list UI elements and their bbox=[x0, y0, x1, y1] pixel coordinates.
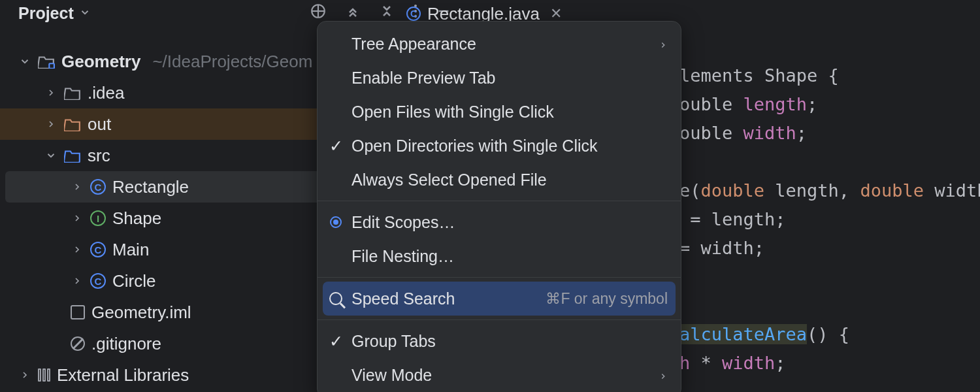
menu-item-enable-preview-tab[interactable]: Enable Preview Tab bbox=[318, 61, 681, 95]
menu-item-tree-appearance[interactable]: Tree Appearance bbox=[318, 27, 681, 61]
tree-label: .gitignore bbox=[91, 334, 161, 354]
chevron-right-icon bbox=[659, 35, 668, 54]
code-editor[interactable]: lements Shape { ouble length; ouble widt… bbox=[679, 33, 980, 378]
gitignore-icon bbox=[71, 336, 85, 351]
project-view-options-menu: Tree Appearance Enable Preview Tab Open … bbox=[317, 21, 681, 392]
tree-path-hint: ~/IdeaProjects/Geom bbox=[152, 52, 312, 72]
menu-item-file-nesting[interactable]: File Nesting… bbox=[318, 239, 681, 273]
interface-icon: I bbox=[90, 210, 106, 226]
menu-separator bbox=[318, 319, 681, 320]
chevron-right-icon[interactable] bbox=[71, 213, 84, 223]
menu-item-view-mode[interactable]: View Mode bbox=[318, 358, 681, 392]
tree-item-geometry-iml[interactable]: Geometry.iml bbox=[0, 297, 327, 328]
menu-label: Open Files with Single Click bbox=[351, 103, 554, 122]
menu-label: File Nesting… bbox=[351, 247, 454, 266]
tree-label: Geometry.iml bbox=[91, 302, 191, 323]
project-tool-window-label[interactable]: Project bbox=[18, 4, 74, 23]
menu-item-edit-scopes[interactable]: Edit Scopes… bbox=[318, 205, 681, 239]
menu-item-open-dirs-single-click[interactable]: ✓ Open Directories with Single Click bbox=[318, 129, 681, 163]
radio-icon bbox=[330, 216, 342, 228]
module-file-icon bbox=[71, 305, 85, 319]
tree-label: Rectangle bbox=[112, 177, 189, 197]
chevron-right-icon[interactable] bbox=[71, 244, 84, 255]
tree-label: Circle bbox=[112, 271, 155, 291]
menu-item-open-files-single-click[interactable]: Open Files with Single Click bbox=[318, 95, 681, 129]
tree-label: out bbox=[88, 114, 111, 135]
tree-root-geometry[interactable]: Geometry ~/IdeaProjects/Geom bbox=[0, 46, 327, 77]
tree-item-out[interactable]: out bbox=[0, 108, 327, 140]
menu-label: Group Tabs bbox=[351, 332, 436, 351]
menu-label: Tree Appearance bbox=[351, 35, 476, 54]
tree-item-rectangle[interactable]: C Rectangle bbox=[5, 171, 321, 203]
chevron-down-icon[interactable] bbox=[79, 4, 91, 22]
tree-label: .idea bbox=[88, 83, 124, 103]
class-icon: C bbox=[90, 273, 106, 289]
tree-item-gitignore[interactable]: .gitignore bbox=[0, 328, 327, 359]
tree-item-src[interactable]: src bbox=[0, 140, 327, 171]
expand-all-icon[interactable] bbox=[345, 3, 361, 23]
class-icon: C bbox=[90, 179, 106, 195]
class-icon: C bbox=[90, 242, 106, 257]
menu-shortcut: ⌘F or any symbol bbox=[546, 290, 668, 308]
menu-label: Always Select Opened File bbox=[351, 171, 547, 189]
search-icon bbox=[329, 292, 342, 305]
menu-label: Edit Scopes… bbox=[351, 213, 455, 232]
tree-label: Main bbox=[112, 240, 149, 260]
tree-label: Shape bbox=[112, 208, 161, 229]
library-icon bbox=[38, 368, 50, 382]
tree-item-idea[interactable]: .idea bbox=[0, 77, 327, 108]
chevron-right-icon bbox=[659, 366, 668, 385]
chevron-down-icon[interactable] bbox=[18, 56, 31, 67]
menu-item-speed-search[interactable]: Speed Search ⌘F or any symbol bbox=[323, 282, 676, 316]
collapse-all-icon[interactable] bbox=[379, 3, 395, 23]
menu-label: View Mode bbox=[351, 366, 432, 385]
menu-separator bbox=[318, 201, 681, 201]
tree-item-external-libraries[interactable]: External Libraries bbox=[0, 359, 327, 391]
tree-label: src bbox=[88, 146, 110, 166]
checkmark-icon: ✓ bbox=[328, 137, 344, 155]
excluded-folder-icon bbox=[64, 117, 81, 131]
menu-label: Enable Preview Tab bbox=[351, 69, 496, 88]
chevron-right-icon[interactable] bbox=[44, 88, 57, 98]
menu-label: Open Directories with Single Click bbox=[351, 137, 598, 155]
chevron-down-icon[interactable] bbox=[44, 150, 57, 161]
menu-item-group-tabs[interactable]: ✓ Group Tabs bbox=[318, 324, 681, 358]
chevron-right-icon[interactable] bbox=[71, 182, 84, 192]
close-tab-icon[interactable]: ✕ bbox=[550, 5, 562, 22]
chevron-right-icon[interactable] bbox=[71, 276, 84, 286]
chevron-right-icon[interactable] bbox=[44, 119, 57, 129]
checkmark-icon: ✓ bbox=[328, 332, 344, 351]
tree-item-main[interactable]: C Main bbox=[0, 234, 327, 265]
menu-item-always-select-opened-file[interactable]: Always Select Opened File bbox=[318, 163, 681, 197]
tree-item-shape[interactable]: I Shape bbox=[0, 203, 327, 234]
svg-rect-7 bbox=[49, 63, 54, 69]
project-tree: Geometry ~/IdeaProjects/Geom .idea out s… bbox=[0, 46, 327, 391]
menu-separator bbox=[318, 277, 681, 278]
class-icon: C bbox=[406, 7, 421, 21]
chevron-right-icon[interactable] bbox=[18, 370, 31, 380]
tree-item-circle[interactable]: C Circle bbox=[0, 265, 327, 297]
tree-label: Geometry bbox=[61, 52, 140, 72]
folder-icon bbox=[64, 86, 81, 100]
module-folder-icon bbox=[38, 54, 55, 69]
menu-label: Speed Search bbox=[351, 289, 455, 308]
source-folder-icon bbox=[64, 148, 81, 163]
tree-label: External Libraries bbox=[57, 365, 189, 385]
